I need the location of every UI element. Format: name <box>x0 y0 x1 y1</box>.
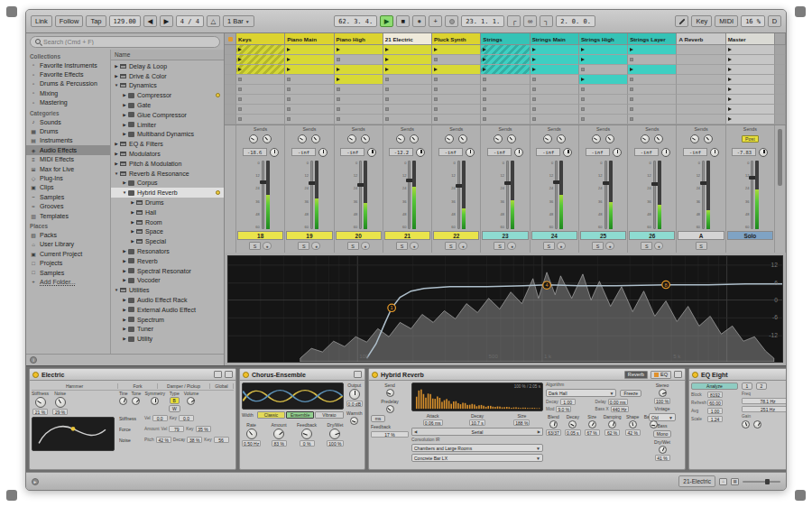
track-volume-value[interactable]: -inf <box>438 148 463 156</box>
nudge-down-button[interactable]: ◀ <box>143 15 157 27</box>
track-activator[interactable]: 21 <box>384 231 430 240</box>
clip-slot-strings-main[interactable] <box>531 95 579 105</box>
mode-vibrato[interactable]: Vibrato <box>315 411 343 419</box>
clip-slot-strings-main[interactable] <box>531 105 579 115</box>
device-power-toggle[interactable] <box>692 372 698 378</box>
clip-slot-piano-high[interactable] <box>335 45 383 55</box>
tree-item-reverb-resonance[interactable]: ▼Reverb & Resonance <box>111 169 224 179</box>
send-b-knob[interactable] <box>263 134 272 143</box>
clip-stop-button[interactable] <box>238 107 242 111</box>
clip[interactable] <box>481 45 529 54</box>
clip-slot-strings-layer[interactable] <box>628 75 677 85</box>
clip-slot-master[interactable] <box>726 75 775 85</box>
clip[interactable] <box>481 55 529 64</box>
clip-slot-strings-high[interactable] <box>579 115 628 124</box>
clip-slot-strings-layer[interactable] <box>628 45 677 55</box>
clip-slot-keys[interactable] <box>236 85 285 95</box>
scene-launch-button[interactable] <box>726 65 774 74</box>
clip-slot-a-reverb[interactable] <box>677 105 725 115</box>
mode-ensemble[interactable]: Ensemble <box>286 411 314 419</box>
clip-slot-21-electric[interactable] <box>383 105 432 115</box>
clip-stop-button[interactable] <box>434 88 438 91</box>
expand-arrow-icon[interactable]: ▶ <box>121 93 128 97</box>
clip-slot-strings-high[interactable] <box>579 45 628 55</box>
track-activator[interactable]: 25 <box>580 231 626 240</box>
expand-arrow-icon[interactable]: ▶ <box>121 318 128 322</box>
device-power-toggle[interactable] <box>243 372 249 378</box>
track-header-strings-main[interactable]: Strings Main <box>531 33 579 45</box>
track-header-piano-main[interactable]: Piano Main <box>285 33 334 45</box>
sidebar-item-clips[interactable]: ▣Clips <box>26 183 110 192</box>
tree-item-space[interactable]: ▶Space <box>111 227 224 237</box>
track-activator[interactable]: 22 <box>433 231 479 240</box>
tree-item-external-audio-effect[interactable]: ▶External Audio Effect <box>111 305 224 315</box>
cue-post-toggle[interactable]: Post <box>742 135 759 143</box>
clip-slot-pluck-synth[interactable] <box>432 65 481 75</box>
clip-stop-button[interactable] <box>337 117 340 121</box>
sidebar-item-packs[interactable]: ▧Packs <box>26 230 110 239</box>
clip-slot-pluck-synth[interactable] <box>432 95 481 105</box>
clip-slot-master[interactable] <box>726 115 775 124</box>
clip[interactable] <box>628 45 676 54</box>
noise-value[interactable]: 29 % <box>52 409 68 415</box>
expand-arrow-icon[interactable]: ▼ <box>121 190 128 195</box>
clip-slot-strings-main[interactable] <box>531 75 579 85</box>
clip[interactable] <box>236 45 284 54</box>
conv-category-dropdown[interactable]: Chambers and Large Rooms▼ <box>411 444 543 452</box>
clip-slot-strings[interactable] <box>481 85 530 95</box>
expand-arrow-icon[interactable]: ▼ <box>113 171 120 176</box>
mixer-scrollbar[interactable] <box>775 125 786 253</box>
hot-swap-icon[interactable] <box>214 371 222 378</box>
clip-stop-button[interactable] <box>483 97 486 101</box>
clip[interactable] <box>579 45 627 54</box>
clip-slot-piano-main[interactable] <box>285 45 334 55</box>
clip-slot-strings-layer[interactable] <box>628 105 677 115</box>
tree-item-multiband-dynamics[interactable]: ▶Multiband Dynamics <box>111 130 224 140</box>
track-activator[interactable]: 26 <box>629 231 675 240</box>
sidebar-item-audio-effects[interactable]: ◈Audio Effects <box>26 145 110 154</box>
solo-button[interactable]: S <box>592 242 604 250</box>
tree-item-gate[interactable]: ▶Gate <box>111 100 224 110</box>
clip-slot-keys[interactable] <box>236 75 285 85</box>
track-activator[interactable]: Solo <box>727 231 773 240</box>
key-map-toggle[interactable]: Key <box>691 15 712 27</box>
param-value[interactable]: 0.0 <box>152 415 168 421</box>
hybrid-dry-wet-knob[interactable] <box>659 446 667 454</box>
device-power-toggle[interactable] <box>32 372 39 378</box>
sidebar-item-current-project[interactable]: ▣Current Project <box>26 249 110 258</box>
scene-launch-button[interactable] <box>726 95 774 104</box>
clip-stop-button[interactable] <box>337 97 340 101</box>
tree-item-eq-filters[interactable]: ▶EQ & Filters <box>111 139 224 149</box>
hybrid-decay-knob[interactable] <box>568 420 577 429</box>
tab-eq[interactable]: EQ <box>651 371 671 379</box>
track-activator[interactable]: 20 <box>336 231 382 240</box>
clip-slot-pluck-synth[interactable] <box>432 85 481 95</box>
tree-item-glue-compressor[interactable]: ▶Glue Compressor <box>111 110 224 120</box>
clip-slot-a-reverb[interactable] <box>677 65 725 75</box>
track-volume-value[interactable]: -inf <box>634 148 659 156</box>
track-header-pluck-synth[interactable]: Pluck Synth <box>432 33 481 45</box>
solo-button[interactable]: S <box>249 242 261 250</box>
scene-launch-button[interactable] <box>726 115 774 124</box>
track-activator[interactable]: 24 <box>531 231 577 240</box>
sidebar-item-templates[interactable]: ▥Templates <box>26 211 110 220</box>
tree-item-reverb[interactable]: ▶Reverb <box>111 256 224 266</box>
conv-file-dropdown[interactable]: Concrete Bar LX▼ <box>411 454 543 462</box>
clip-slot-strings-main[interactable] <box>531 115 579 124</box>
hybrid-send-knob[interactable] <box>386 389 394 397</box>
hybrid-stereo-value[interactable]: 100 % <box>654 398 670 404</box>
scene-launch-button[interactable] <box>726 85 774 94</box>
zoom-slider-handle[interactable] <box>765 479 770 484</box>
sidebar-item-favorite-instruments[interactable]: ▫Favorite Instruments <box>26 60 110 69</box>
tine-knob[interactable] <box>119 397 127 405</box>
sidebar-item-mastering[interactable]: ▫Mastering <box>26 98 110 107</box>
clip-slot-piano-main[interactable] <box>285 115 334 124</box>
clip-stop-button[interactable] <box>434 78 438 81</box>
track-activator[interactable]: A <box>678 231 724 240</box>
clip-slot-strings-layer[interactable] <box>628 95 677 105</box>
track-activator[interactable]: 18 <box>237 231 283 240</box>
track-volume-value[interactable]: -7.83 <box>732 148 756 156</box>
send-a-knob[interactable] <box>347 134 356 143</box>
sidebar-item-drums[interactable]: ▦Drums <box>26 126 110 135</box>
chevron-left-icon[interactable]: ◀ <box>414 429 417 434</box>
